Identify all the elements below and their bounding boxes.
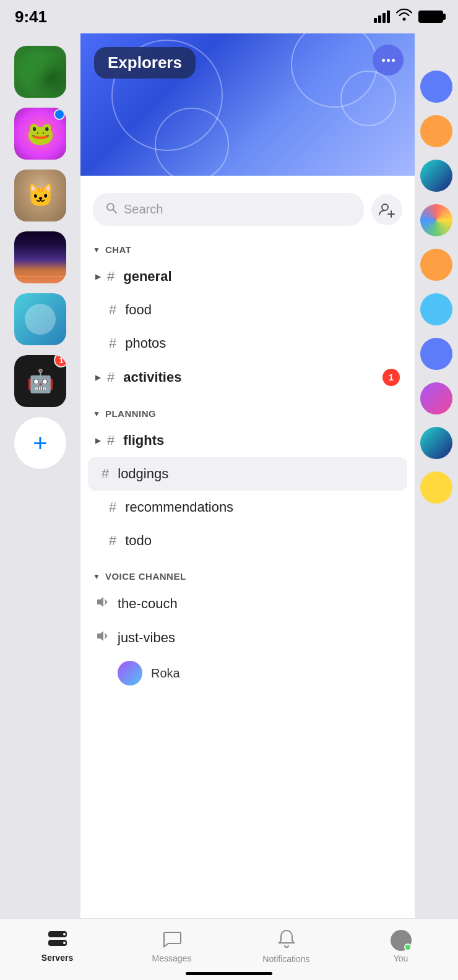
main-content: Explorers Search (80, 33, 415, 918)
just-vibes-name: just-vibes (118, 630, 175, 646)
flights-hash: # (107, 432, 114, 449)
right-avatar-7 (420, 338, 452, 370)
channel-lodgings[interactable]: # lodgings (88, 457, 407, 491)
servers-icon (48, 931, 67, 950)
search-container: Search (80, 187, 415, 237)
battery-icon (418, 11, 443, 23)
search-bar[interactable]: Search (93, 193, 364, 226)
activities-name: activities (123, 369, 181, 385)
right-avatar-5 (420, 249, 452, 281)
right-avatar-8 (420, 382, 452, 415)
notifications-icon (278, 929, 295, 952)
server-icon-cat[interactable]: 🐱 (14, 170, 66, 221)
channel-activities[interactable]: ▶ # activities 1 (80, 360, 415, 395)
add-member-button[interactable] (371, 194, 402, 225)
channel-recommendations[interactable]: # recommendations (80, 491, 415, 524)
search-placeholder: Search (124, 202, 163, 217)
menu-dot-3 (392, 59, 395, 62)
add-server-button[interactable]: + (14, 417, 66, 469)
add-member-icon (378, 201, 395, 218)
category-chat[interactable]: ▼ CHAT (80, 237, 415, 260)
server-icon-robot[interactable]: 🤖 1 (14, 355, 66, 407)
right-avatar-panel (415, 33, 458, 918)
server-sidebar: 🐸 🐱 🤖 1 + (0, 33, 80, 918)
banner-ring-3 (155, 108, 229, 176)
right-avatar-2 (420, 115, 452, 147)
roka-name: Roka (151, 666, 180, 681)
lodgings-hash: # (102, 466, 109, 482)
home-indicator (186, 972, 272, 975)
bottom-nav: Servers Messages Notifications You (0, 918, 458, 980)
the-couch-name: the-couch (118, 596, 178, 612)
voice-chevron: ▼ (93, 572, 100, 581)
nav-notifications[interactable]: Notifications (229, 929, 344, 964)
general-indicator: ▶ (95, 272, 101, 281)
voice-speaker-icon-2 (95, 629, 109, 646)
svg-line-1 (113, 210, 117, 213)
chat-chevron: ▼ (93, 246, 100, 254)
photos-hash: # (109, 335, 116, 351)
svg-point-8 (106, 635, 108, 637)
svg-point-2 (382, 204, 388, 210)
messages-label: Messages (152, 953, 192, 963)
voice-speaker-icon-1 (95, 595, 109, 612)
general-name: general (123, 269, 171, 285)
chat-label: CHAT (105, 244, 132, 255)
wifi-icon (396, 9, 412, 25)
planning-chevron: ▼ (93, 410, 100, 418)
right-avatar-10 (420, 471, 452, 504)
right-avatar-6 (420, 293, 452, 325)
svg-point-11 (63, 933, 66, 935)
signal-icon (374, 11, 390, 23)
you-label: You (394, 953, 408, 963)
recommendations-hash: # (109, 499, 116, 515)
svg-marker-5 (97, 597, 103, 607)
food-name: food (125, 302, 152, 318)
flights-indicator: ▶ (95, 436, 101, 445)
blue-dot (54, 109, 65, 120)
category-voice[interactable]: ▼ VOICE CHANNEL (80, 564, 415, 587)
channel-food[interactable]: # food (80, 293, 415, 327)
nav-messages[interactable]: Messages (114, 930, 229, 963)
server-icon-sunset[interactable] (14, 231, 66, 283)
status-bar: 9:41 (0, 0, 458, 33)
channel-just-vibes[interactable]: just-vibes (80, 621, 415, 655)
online-dot (404, 943, 412, 951)
svg-point-6 (106, 601, 108, 603)
server-icon-plant[interactable] (14, 46, 66, 98)
photos-name: photos (125, 335, 166, 351)
channel-photos[interactable]: # photos (80, 327, 415, 360)
plus-icon: + (33, 431, 47, 455)
channel-general[interactable]: ▶ # general (80, 260, 415, 293)
messages-icon (162, 930, 182, 951)
server-icon-teal[interactable] (14, 293, 66, 345)
server-icon-frog[interactable]: 🐸 (14, 108, 66, 160)
right-avatar-4 (420, 204, 452, 236)
nav-you[interactable]: You (344, 930, 458, 963)
channel-flights[interactable]: ▶ # flights (80, 424, 415, 457)
channel-todo[interactable]: # todo (80, 524, 415, 557)
notifications-label: Notifications (262, 954, 309, 964)
more-button[interactable] (373, 45, 404, 75)
category-planning[interactable]: ▼ PLANNING (80, 401, 415, 424)
channel-the-couch[interactable]: the-couch (80, 587, 415, 621)
nav-servers[interactable]: Servers (0, 931, 114, 963)
todo-hash: # (109, 533, 116, 549)
activities-indicator: ▶ (95, 373, 101, 382)
general-hash: # (107, 269, 114, 285)
menu-dot-2 (387, 59, 390, 62)
banner-ring-4 (340, 71, 396, 126)
right-avatar-9 (420, 427, 452, 459)
food-hash: # (109, 302, 116, 318)
voice-label: VOICE CHANNEL (105, 571, 186, 582)
activities-badge: 1 (382, 369, 400, 386)
status-icons (374, 9, 443, 25)
svg-point-12 (63, 942, 66, 944)
right-avatar-3 (420, 160, 452, 192)
server-name-badge: Explorers (94, 47, 196, 79)
flights-name: flights (123, 432, 164, 449)
voice-user-roka: Roka (80, 655, 415, 692)
roka-avatar (118, 661, 142, 686)
channel-list: Search ▼ CHAT ▶ # general # (80, 176, 415, 918)
right-avatar-1 (420, 71, 452, 103)
